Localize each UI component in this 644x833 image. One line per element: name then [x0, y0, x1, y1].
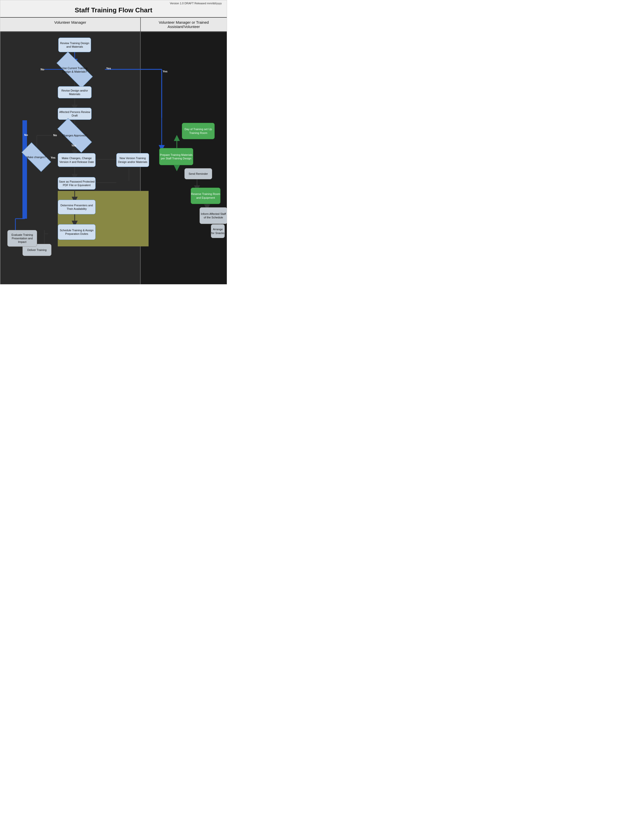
label-no-approved: No — [53, 133, 57, 137]
node-changes-approved: Changes Approved? — [58, 128, 92, 143]
node-affected-review: Affected Persons Review Draft — [58, 108, 92, 120]
page: Version 1.0 DRAFT Released mm/dd/yyyy St… — [0, 0, 227, 285]
swimlane-left-header: Volunteer Manager — [0, 18, 141, 31]
diagram-area: Review Training Design and Materials Use… — [0, 32, 227, 284]
node-new-version: New Version Training Design and/or Mater… — [116, 153, 149, 167]
label-yes-approved: Yes — [71, 144, 76, 147]
node-schedule: Schedule Training & Assign Preparation D… — [58, 224, 96, 240]
label-yes-right: Yes — [163, 70, 167, 73]
label-no-use-current: No — [40, 68, 44, 71]
node-send-reminder: Send Reminder — [184, 168, 212, 179]
node-determine: Determine Presenters and Their Availabil… — [58, 200, 96, 214]
node-prepare: Prepare Training Materials per Staff Tra… — [159, 148, 193, 165]
header: Version 1.0 DRAFT Released mm/dd/yyyy St… — [0, 0, 227, 18]
swimlane-right-header: Volunteer Manager or Trained Assistant/V… — [141, 18, 227, 31]
node-revise: Revise Design and/or Materials — [58, 86, 92, 98]
node-make-changes: Make changes? — [23, 150, 50, 164]
node-use-current: Use Current Training Design & Materials? — [57, 62, 92, 78]
label-no-changes-approved: No — [24, 133, 28, 137]
node-reserve: Reserve Training Room and Equipment — [191, 188, 221, 204]
version-text: Version 1.0 DRAFT Released mm/dd/yyyy — [170, 2, 222, 5]
node-arrange: Arrange for Snacks — [211, 224, 225, 238]
label-yes-make-changes: Yes — [51, 156, 55, 159]
node-inform: Inform Affected Staff of the Schedule — [200, 207, 227, 224]
swimlane-headers: Volunteer Manager Volunteer Manager or T… — [0, 18, 227, 32]
node-evaluate: Evaluate Training Presentation and Impac… — [7, 230, 37, 247]
label-yes-use-current: Yes — [106, 67, 111, 70]
node-review: Review Training Design and Materials — [58, 38, 91, 52]
node-save-pdf: Save as Password Protected PDF File or E… — [58, 177, 96, 190]
node-make-changes2: Make Changes, Change Version # and Relea… — [58, 153, 96, 167]
node-day-of: Day of Training set Up Training Room — [182, 123, 215, 139]
